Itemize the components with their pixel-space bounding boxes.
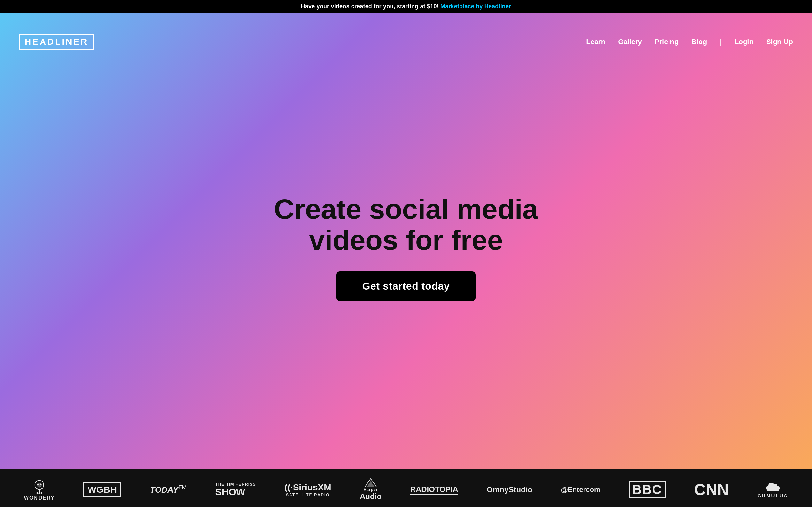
nav-link-gallery[interactable]: Gallery — [618, 38, 642, 46]
nav-item-pricing[interactable]: Pricing — [655, 38, 679, 46]
brand-bbc: BBC — [629, 481, 666, 498]
nav-links: Learn Gallery Pricing Blog | Login Sign … — [586, 38, 793, 46]
brand-omnystudio: OmnyStudio — [487, 485, 532, 494]
logos-bar: WONDERY WGBH TODAYFM THE TIM FERRISS SHO… — [0, 469, 812, 507]
nav-item-blog[interactable]: Blog — [691, 38, 707, 46]
nav-item-signup[interactable]: Sign Up — [766, 38, 793, 46]
radiotopia-label: RADIOTOPIA — [410, 485, 458, 495]
harper-icon — [364, 478, 377, 488]
svg-point-3 — [37, 492, 38, 494]
nav-item-learn[interactable]: Learn — [586, 38, 605, 46]
brand-cnn: CNN — [694, 481, 728, 499]
brand-entercom: @Entercom — [561, 486, 601, 494]
siriusxm-label: ((·SiriusXM SATELLITE RADIO — [285, 483, 331, 497]
cumulus-label: CUMULUS — [757, 493, 788, 498]
harper-mid: Audio — [360, 492, 382, 501]
logo-text: HEADLINER — [24, 37, 88, 47]
svg-rect-12 — [767, 488, 779, 490]
logo[interactable]: HEADLINER — [19, 34, 94, 50]
brand-wondery: WONDERY — [24, 478, 55, 501]
brand-wgbh: WGBH — [84, 483, 121, 497]
brand-siriusxm: ((·SiriusXM SATELLITE RADIO — [285, 483, 331, 497]
top-banner: Have your videos created for you, starti… — [0, 0, 812, 13]
todayfm-label: TODAYFM — [150, 484, 187, 495]
banner-text: Have your videos created for you, starti… — [301, 3, 439, 10]
logo-box: HEADLINER — [19, 34, 94, 50]
entercom-label: @Entercom — [561, 486, 601, 494]
harper-top: Harper — [364, 488, 378, 492]
brand-cumulus: CUMULUS — [757, 481, 788, 498]
nav-link-blog[interactable]: Blog — [691, 38, 707, 46]
cumulus-icon — [765, 481, 781, 492]
brand-harper: Harper Audio — [360, 478, 382, 501]
brand-radiotopia: RADIOTOPIA — [410, 485, 458, 495]
brand-todayfm: TODAYFM — [150, 484, 187, 495]
banner-link[interactable]: Marketplace by Headliner — [440, 3, 511, 10]
wondery-label: WONDERY — [24, 495, 55, 501]
ferriss-big: SHOW — [215, 487, 245, 497]
nav-link-signup[interactable]: Sign Up — [766, 38, 793, 46]
nav-link-pricing[interactable]: Pricing — [655, 38, 679, 46]
hero-title-line2: videos for free — [309, 224, 503, 256]
nav-link-login[interactable]: Login — [734, 38, 754, 46]
omny-label: OmnyStudio — [487, 485, 532, 494]
cnn-label: CNN — [694, 481, 728, 499]
svg-point-6 — [37, 484, 39, 485]
nav-link-learn[interactable]: Learn — [586, 38, 605, 46]
wondery-icon — [32, 478, 47, 494]
ferriss-top: THE TIM FERRISS — [215, 482, 256, 487]
nav-item-login[interactable]: Login — [734, 38, 754, 46]
hero-title-line1: Create social media — [274, 193, 538, 225]
hero-section: HEADLINER Learn Gallery Pricing Blog | L… — [0, 13, 812, 469]
hero-title: Create social media videos for free — [274, 194, 538, 256]
nav-separator: | — [720, 38, 721, 46]
svg-point-7 — [40, 484, 42, 485]
cta-button[interactable]: Get started today — [337, 271, 475, 301]
navbar: HEADLINER Learn Gallery Pricing Blog | L… — [0, 27, 812, 56]
bbc-label: BBC — [629, 481, 666, 498]
svg-point-5 — [41, 492, 42, 494]
svg-point-4 — [39, 493, 40, 494]
brand-ferriss: THE TIM FERRISS SHOW — [215, 482, 256, 497]
nav-item-gallery[interactable]: Gallery — [618, 38, 642, 46]
wgbh-label: WGBH — [84, 483, 121, 497]
